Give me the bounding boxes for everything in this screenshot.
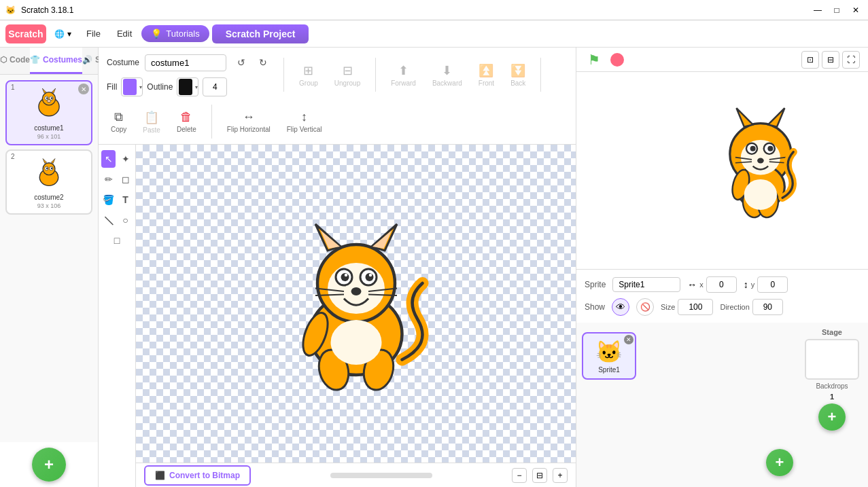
costume-item-2[interactable]: 2 costume2 93 x 106 [5, 149, 92, 215]
y-coord-box: ↕ y [744, 276, 788, 293]
size-input[interactable] [678, 299, 713, 315]
tab-costumes-label: Costumes [43, 55, 82, 65]
backward-label: Backward [432, 79, 462, 87]
reshape-tool[interactable]: ✦ [118, 150, 133, 168]
direction-input[interactable] [752, 299, 783, 315]
sprite-label: Sprite [585, 280, 606, 289]
eraser-tool[interactable]: ◻ [118, 170, 133, 188]
close-button[interactable]: ✕ [849, 3, 863, 17]
tool-row-2: ✏ ◻ [101, 170, 133, 188]
rect-tool[interactable]: □ [108, 232, 126, 249]
costume-size-1: 96 x 101 [37, 133, 61, 140]
costume-delete-1[interactable]: ✕ [78, 84, 89, 94]
separator-3 [540, 58, 541, 92]
add-backdrop-button[interactable]: + [818, 403, 846, 431]
tutorials-button[interactable]: 💡 Tutorials [141, 25, 209, 42]
select-tool[interactable]: ↖ [101, 150, 116, 168]
svg-line-32 [315, 295, 344, 296]
x-label: x [699, 281, 704, 289]
add-sprite-button[interactable]: + [766, 449, 793, 476]
titlebar: 🐱 Scratch 3.18.1 — □ ✕ [0, 0, 868, 20]
svg-marker-41 [736, 108, 752, 126]
fill-color-button[interactable]: ▾ [121, 77, 143, 96]
fullscreen-button[interactable]: ⛶ [842, 51, 860, 69]
horizontal-scrollbar[interactable] [330, 473, 432, 478]
normal-stage-button[interactable]: ⊟ [822, 51, 839, 69]
group-icon: ⊞ [303, 63, 313, 78]
maximize-button[interactable]: □ [830, 3, 844, 17]
delete-icon: 🗑 [180, 110, 192, 124]
scratch-icon: 🐱 [5, 5, 16, 15]
sprite-area: ✕ 🐱 Sprite1 + Stage Backdrops 1 + [576, 323, 868, 487]
code-icon: ⬡ [0, 55, 7, 65]
add-costume-button[interactable]: + [32, 448, 66, 482]
outline-color-swatch [179, 79, 192, 95]
outline-color-button[interactable]: ▾ [177, 77, 198, 96]
backward-button[interactable]: ⬇ Backward [428, 60, 466, 90]
edit-menu[interactable]: Edit [110, 26, 139, 41]
costume-name-input[interactable] [145, 54, 226, 71]
menubar: Scratch 🌐 ▾ File Edit 💡 Tutorials Scratc… [0, 20, 868, 48]
forward-button[interactable]: ⬆ Forward [387, 60, 420, 90]
front-label: Front [479, 79, 494, 87]
back-icon: ⏬ [510, 63, 525, 78]
canvas-container[interactable] [136, 145, 576, 463]
costume-item-1[interactable]: 1 ✕ costume1 [5, 80, 92, 145]
svg-marker-2 [42, 88, 46, 93]
pencil-tool[interactable]: ✏ [101, 170, 116, 188]
svg-marker-42 [768, 108, 784, 126]
direction-label: Direction [720, 303, 749, 311]
zoom-out-button[interactable]: − [512, 468, 527, 483]
copy-button[interactable]: ⧉ Copy [107, 107, 131, 136]
editor-body: ↖ ✦ ✏ ◻ 🪣 T | ○ □ [99, 145, 576, 487]
front-button[interactable]: ⏫ Front [474, 60, 498, 90]
undo-button[interactable]: ↺ [232, 53, 251, 72]
minimize-button[interactable]: — [811, 3, 824, 17]
checkerboard [136, 145, 576, 463]
paste-icon: 📋 [144, 110, 159, 125]
line-tool[interactable]: | [97, 209, 120, 231]
back-button[interactable]: ⏬ Back [506, 60, 530, 90]
stop-button[interactable] [608, 50, 627, 69]
y-label: y [751, 281, 755, 289]
right-panel: ⚑ ⊡ ⊟ ⛶ [576, 48, 868, 487]
size-label: Size [661, 303, 675, 311]
sprite-thumb-image: 🐱 [595, 339, 623, 365]
sprite-delete-button[interactable]: ✕ [624, 335, 633, 344]
tutorials-label: Tutorials [166, 29, 199, 39]
tool-row-4: | ○ [101, 211, 133, 229]
flip-h-button[interactable]: ↔ Flip Horizontal [223, 107, 275, 136]
x-input[interactable] [706, 276, 737, 293]
show-hidden-button[interactable]: 🚫 [636, 298, 654, 316]
group-button[interactable]: ⊞ Group [295, 60, 322, 90]
y-input[interactable] [757, 276, 788, 293]
file-menu[interactable]: File [80, 26, 107, 41]
sprite-thumb-sprite1[interactable]: ✕ 🐱 Sprite1 [582, 332, 636, 380]
backward-icon: ⬇ [442, 63, 452, 78]
globe-button[interactable]: 🌐 ▾ [49, 26, 77, 41]
ungroup-button[interactable]: ⊟ Ungroup [330, 60, 364, 90]
tab-costumes[interactable]: 👕 Costumes [30, 48, 82, 74]
zoom-reset-button[interactable]: ⊟ [532, 468, 547, 483]
green-flag-button[interactable]: ⚑ [585, 50, 604, 69]
convert-bitmap-button[interactable]: ⬛ Convert to Bitmap [144, 465, 251, 486]
sprite-name-input[interactable] [612, 277, 680, 292]
show-visible-button[interactable]: 👁 [612, 298, 629, 316]
text-tool[interactable]: T [118, 191, 133, 209]
stage-mini-preview[interactable] [805, 339, 859, 380]
delete-button[interactable]: 🗑 Delete [173, 107, 201, 136]
fill-tool[interactable]: 🪣 [101, 191, 116, 209]
paste-button[interactable]: 📋 Paste [139, 107, 164, 137]
circle-tool[interactable]: ○ [118, 211, 133, 229]
redo-button[interactable]: ↻ [254, 53, 273, 72]
small-stage-button[interactable]: ⊡ [801, 51, 819, 69]
project-title-button[interactable]: Scratch Project [212, 24, 309, 43]
flip-v-button[interactable]: ↕ Flip Vertical [283, 107, 326, 136]
zoom-controls: − ⊟ + [512, 468, 568, 483]
svg-point-46 [750, 146, 756, 151]
undo-redo-group: ↺ ↻ [232, 53, 273, 72]
zoom-in-button[interactable]: + [553, 468, 568, 483]
tool-row-3: 🪣 T [101, 191, 133, 209]
tab-code[interactable]: ⬡ Code [0, 48, 30, 74]
svg-point-56 [744, 179, 777, 210]
